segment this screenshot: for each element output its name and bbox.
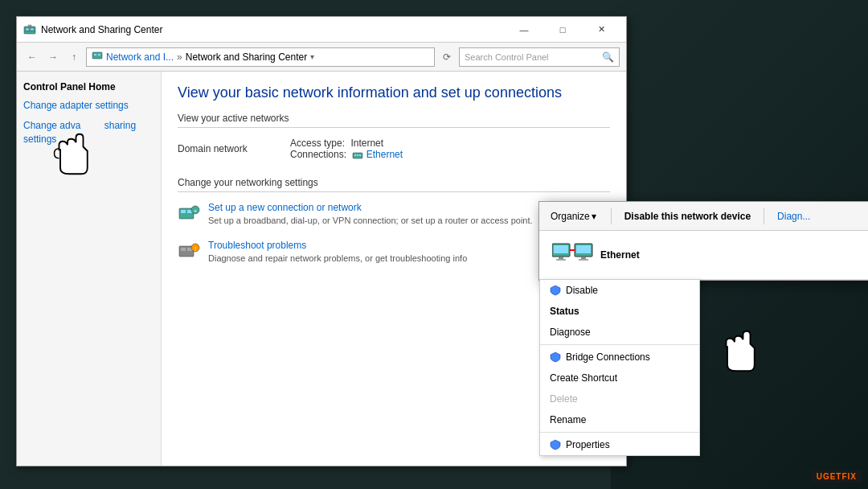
diagnose-menu-label: Diagnose [550, 327, 591, 338]
svg-rect-2 [31, 28, 34, 31]
svg-rect-29 [579, 259, 588, 261]
setup-connection-link[interactable]: Set up a new connection or network [208, 202, 533, 213]
address-bar: ← → ↑ Network and I... » Network and Sha… [17, 43, 626, 72]
breadcrumb[interactable]: Network and I... » Network and Sharing C… [86, 47, 435, 67]
access-type-value: Internet [350, 138, 383, 149]
sidebar: Control Panel Home Change adapter settin… [17, 72, 162, 466]
domain-network-label: Domain network [178, 143, 274, 154]
titlebar-buttons: — □ ✕ [506, 17, 620, 43]
svg-rect-11 [359, 154, 361, 156]
menu-item-shortcut[interactable]: Create Shortcut [540, 368, 699, 388]
menu-separator-1 [540, 344, 699, 345]
status-label: Status [550, 306, 579, 317]
disable-label: Disable [566, 285, 598, 296]
search-icon: 🔍 [602, 51, 614, 63]
toolbar-separator-2 [764, 208, 764, 224]
svg-rect-7 [98, 54, 100, 55]
menu-item-disable[interactable]: Disable [540, 280, 699, 301]
delete-label: Delete [550, 393, 578, 405]
up-button[interactable]: ↑ [65, 48, 83, 66]
back-button[interactable]: ← [23, 48, 41, 66]
bridge-label: Bridge Connections [566, 351, 650, 363]
svg-rect-13 [181, 210, 186, 213]
svg-rect-6 [94, 54, 96, 55]
ugetfix-badge: UGETFIX [812, 471, 862, 483]
maximize-button[interactable]: □ [544, 17, 581, 43]
connections-label: Connections: [290, 149, 346, 160]
connections-value[interactable]: Ethernet [366, 149, 403, 160]
organize-button[interactable]: Organize ▾ [546, 207, 601, 226]
dropdown-menu: Disable Status Diagnose Bridge Connectio… [539, 279, 700, 456]
menu-item-delete: Delete [540, 388, 699, 409]
content-area: Control Panel Home Change adapter settin… [17, 72, 626, 466]
organize-arrow: ▾ [592, 211, 596, 222]
rename-label: Rename [550, 414, 586, 425]
setup-connection-icon: + [178, 203, 200, 226]
shield-properties-icon [550, 439, 561, 450]
change-networking-label: Change your networking settings [178, 177, 610, 192]
menu-item-diagnose[interactable]: Diagnose [540, 322, 699, 343]
troubleshoot-desc: Diagnose and repair network problems, or… [208, 253, 467, 265]
shield-disable-icon [550, 285, 561, 296]
breadcrumb-icon [92, 50, 103, 64]
shortcut-label: Create Shortcut [550, 372, 617, 384]
context-toolbar: Organize ▾ Disable this network device D… [539, 202, 868, 231]
sidebar-header: Control Panel Home [23, 81, 154, 92]
menu-item-rename[interactable]: Rename [540, 409, 699, 430]
troubleshoot-link[interactable]: Troubleshoot problems [208, 240, 467, 251]
svg-rect-18 [181, 248, 186, 251]
networking-text-1: Set up a new connection or network Set u… [208, 202, 533, 227]
svg-rect-28 [581, 257, 586, 259]
svg-rect-24 [559, 257, 563, 259]
diagnose-link[interactable]: Diagn... [774, 211, 813, 222]
sidebar-item-sharing[interactable]: Change advanced sharingsettings [23, 119, 154, 146]
minimize-button[interactable]: — [506, 17, 542, 43]
window-title: Network and Sharing Center [41, 24, 506, 35]
search-box[interactable]: Search Control Panel 🔍 [459, 47, 620, 67]
svg-rect-25 [556, 259, 566, 261]
breadcrumb-part1: Network and I... [106, 51, 174, 63]
svg-text:+: + [194, 208, 198, 215]
svg-rect-5 [92, 52, 102, 59]
access-type-label: Access type: [290, 138, 345, 149]
organize-label: Organize [551, 211, 590, 222]
sidebar-item-adapter[interactable]: Change adapter settings [23, 99, 154, 113]
breadcrumb-dropdown-arrow[interactable]: ▾ [310, 52, 314, 61]
menu-item-status[interactable]: Status [540, 301, 699, 322]
shield-bridge-icon [550, 351, 561, 363]
disable-network-link[interactable]: Disable this network device [621, 211, 754, 222]
svg-rect-27 [576, 245, 591, 253]
svg-text:!: ! [194, 245, 196, 253]
forward-button[interactable]: → [44, 48, 62, 66]
breadcrumb-sep1: » [177, 51, 182, 63]
device-area: Ethernet Disable Status Diagnose Bridge … [539, 231, 868, 280]
network-info: Access type: Internet Connections: [290, 138, 403, 161]
network-device-icon [552, 240, 591, 269]
ethernet-icon [352, 149, 366, 160]
active-networks-label: View your active networks [178, 113, 610, 128]
sidebar-sharing-label: Change adva [23, 120, 80, 131]
svg-rect-3 [28, 25, 31, 27]
troubleshoot-icon: ! [178, 241, 200, 264]
active-networks: Domain network Access type: Internet Con… [178, 138, 610, 161]
breadcrumb-part2: Network and Sharing Center [186, 51, 307, 63]
networking-text-2: Troubleshoot problems Diagnose and repai… [208, 240, 467, 265]
properties-label: Properties [566, 439, 610, 450]
menu-separator-2 [540, 432, 699, 433]
page-title: View your basic network information and … [178, 84, 610, 101]
svg-rect-1 [26, 28, 29, 31]
refresh-button[interactable]: ⟳ [438, 48, 456, 66]
close-button[interactable]: ✕ [583, 17, 620, 43]
menu-item-properties[interactable]: Properties [540, 434, 699, 455]
context-window: Organize ▾ Disable this network device D… [538, 201, 868, 281]
titlebar: Network and Sharing Center — □ ✕ [17, 17, 626, 43]
svg-rect-10 [357, 154, 358, 156]
setup-connection-desc: Set up a broadband, dial-up, or VPN conn… [208, 215, 533, 227]
connections-row: Connections: Ethernet [290, 149, 403, 161]
search-placeholder: Search Control Panel [465, 52, 549, 62]
toolbar-separator [611, 208, 612, 224]
access-type-row: Access type: Internet [290, 138, 403, 149]
main-window: Network and Sharing Center — □ ✕ ← → ↑ N… [16, 16, 627, 466]
menu-item-bridge[interactable]: Bridge Connections [540, 347, 699, 368]
svg-rect-9 [354, 154, 356, 156]
